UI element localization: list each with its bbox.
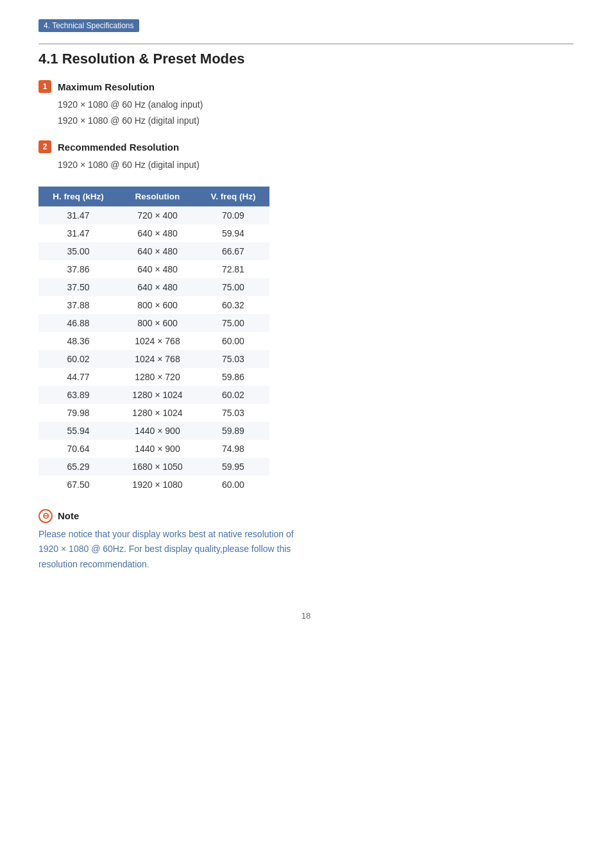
table-cell-9-1: 1280 × 720 [118,368,197,386]
table-cell-8-2: 75.03 [197,350,269,368]
col-vfreq: V. freq (Hz) [197,187,269,206]
table-row: 55.941440 × 90059.89 [38,422,269,440]
note-icon: ⊖ [38,509,53,523]
table-cell-7-0: 48.36 [38,332,118,350]
recommended-resolution-label: Recommended Resolution [58,142,179,153]
table-row: 37.50640 × 48075.00 [38,278,269,296]
section-divider [38,44,574,44]
table-cell-4-2: 75.00 [197,278,269,296]
note-text: Please notice that your display works be… [38,527,295,572]
recommended-resolution-content: 1920 × 1080 @ 60 Hz (digital input) [38,157,574,173]
table-row: 63.891280 × 102460.02 [38,386,269,404]
page-number: 18 [38,611,574,621]
table-cell-1-1: 640 × 480 [118,224,197,242]
col-hfreq: H. freq (kHz) [38,187,118,206]
max-resolution-subsection: 1 Maximum Resolution 1920 × 1080 @ 60 Hz… [38,80,574,129]
table-row: 60.021024 × 76875.03 [38,350,269,368]
table-row: 37.88800 × 60060.32 [38,296,269,314]
table-cell-15-0: 67.50 [38,476,118,494]
recommended-resolution-line-1: 1920 × 1080 @ 60 Hz (digital input) [58,157,574,173]
recommended-resolution-header: 2 Recommended Resolution [38,140,574,153]
table-cell-3-0: 37.86 [38,260,118,278]
table-cell-9-2: 59.86 [197,368,269,386]
recommended-resolution-badge: 2 [38,140,51,153]
table-cell-6-0: 46.88 [38,314,118,332]
table-cell-1-2: 59.94 [197,224,269,242]
table-cell-3-2: 72.81 [197,260,269,278]
table-row: 67.501920 × 108060.00 [38,476,269,494]
table-cell-4-1: 640 × 480 [118,278,197,296]
table-cell-2-1: 640 × 480 [118,242,197,260]
table-row: 35.00640 × 48066.67 [38,242,269,260]
table-cell-11-0: 79.98 [38,404,118,422]
table-cell-13-0: 70.64 [38,440,118,458]
table-cell-6-2: 75.00 [197,314,269,332]
table-cell-8-1: 1024 × 768 [118,350,197,368]
table-cell-6-1: 800 × 600 [118,314,197,332]
table-cell-13-1: 1440 × 900 [118,440,197,458]
table-cell-7-2: 60.00 [197,332,269,350]
table-row: 65.291680 × 105059.95 [38,458,269,476]
table-cell-14-0: 65.29 [38,458,118,476]
table-cell-11-1: 1280 × 1024 [118,404,197,422]
table-row: 46.88800 × 60075.00 [38,314,269,332]
table-cell-12-2: 59.89 [197,422,269,440]
table-cell-8-0: 60.02 [38,350,118,368]
table-row: 48.361024 × 76860.00 [38,332,269,350]
table-cell-0-1: 720 × 400 [118,206,197,224]
breadcrumb: 4. Technical Specifications [38,19,139,32]
table-row: 79.981280 × 102475.03 [38,404,269,422]
table-row: 37.86640 × 48072.81 [38,260,269,278]
table-cell-15-2: 60.00 [197,476,269,494]
table-cell-4-0: 37.50 [38,278,118,296]
table-cell-0-0: 31.47 [38,206,118,224]
table-cell-14-2: 59.95 [197,458,269,476]
table-cell-14-1: 1680 × 1050 [118,458,197,476]
table-cell-0-2: 70.09 [197,206,269,224]
max-resolution-label: Maximum Resolution [58,81,155,92]
table-cell-12-0: 55.94 [38,422,118,440]
table-row: 44.771280 × 72059.86 [38,368,269,386]
table-cell-13-2: 74.98 [197,440,269,458]
table-cell-9-0: 44.77 [38,368,118,386]
max-resolution-badge: 1 [38,80,51,93]
table-cell-11-2: 75.03 [197,404,269,422]
max-resolution-line-1: 1920 × 1080 @ 60 Hz (analog input) [58,97,574,113]
table-cell-3-1: 640 × 480 [118,260,197,278]
table-cell-5-2: 60.32 [197,296,269,314]
table-cell-1-0: 31.47 [38,224,118,242]
max-resolution-content: 1920 × 1080 @ 60 Hz (analog input) 1920 … [38,97,574,129]
section-title: 4.1 Resolution & Preset Modes [38,51,574,67]
max-resolution-header: 1 Maximum Resolution [38,80,574,93]
table-cell-5-0: 37.88 [38,296,118,314]
note-label: Note [58,510,79,521]
table-row: 31.47720 × 40070.09 [38,206,269,224]
max-resolution-line-2: 1920 × 1080 @ 60 Hz (digital input) [58,113,574,129]
table-cell-15-1: 1920 × 1080 [118,476,197,494]
preset-table: H. freq (kHz) Resolution V. freq (Hz) 31… [38,187,269,494]
table-cell-10-1: 1280 × 1024 [118,386,197,404]
table-cell-2-0: 35.00 [38,242,118,260]
table-cell-12-1: 1440 × 900 [118,422,197,440]
table-cell-10-2: 60.02 [197,386,269,404]
table-cell-5-1: 800 × 600 [118,296,197,314]
col-resolution: Resolution [118,187,197,206]
table-cell-10-0: 63.89 [38,386,118,404]
recommended-resolution-subsection: 2 Recommended Resolution 1920 × 1080 @ 6… [38,140,574,173]
table-header-row: H. freq (kHz) Resolution V. freq (Hz) [38,187,269,206]
table-cell-7-1: 1024 × 768 [118,332,197,350]
table-row: 31.47640 × 48059.94 [38,224,269,242]
table-row: 70.641440 × 90074.98 [38,440,269,458]
note-section: ⊖ Note Please notice that your display w… [38,509,574,572]
note-header: ⊖ Note [38,509,574,523]
table-cell-2-2: 66.67 [197,242,269,260]
